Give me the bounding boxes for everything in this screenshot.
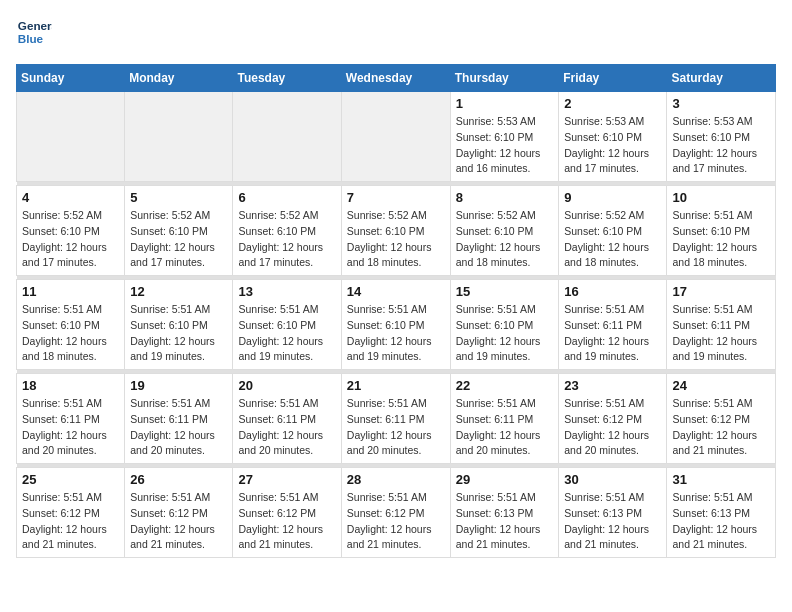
day-info: Sunrise: 5:53 AM Sunset: 6:10 PM Dayligh… [672,114,770,177]
weekday-header: Thursday [450,65,559,92]
calendar-cell: 25Sunrise: 5:51 AM Sunset: 6:12 PM Dayli… [17,468,125,558]
weekday-header: Wednesday [341,65,450,92]
calendar-cell [341,92,450,182]
calendar-cell: 17Sunrise: 5:51 AM Sunset: 6:11 PM Dayli… [667,280,776,370]
calendar-cell: 15Sunrise: 5:51 AM Sunset: 6:10 PM Dayli… [450,280,559,370]
day-info: Sunrise: 5:52 AM Sunset: 6:10 PM Dayligh… [564,208,661,271]
svg-text:Blue: Blue [18,32,44,45]
day-number: 11 [22,284,119,299]
calendar-cell: 8Sunrise: 5:52 AM Sunset: 6:10 PM Daylig… [450,186,559,276]
calendar-cell: 29Sunrise: 5:51 AM Sunset: 6:13 PM Dayli… [450,468,559,558]
day-info: Sunrise: 5:51 AM Sunset: 6:13 PM Dayligh… [456,490,554,553]
calendar-week-row: 4Sunrise: 5:52 AM Sunset: 6:10 PM Daylig… [17,186,776,276]
calendar-cell: 28Sunrise: 5:51 AM Sunset: 6:12 PM Dayli… [341,468,450,558]
day-info: Sunrise: 5:51 AM Sunset: 6:11 PM Dayligh… [347,396,445,459]
day-number: 7 [347,190,445,205]
day-number: 17 [672,284,770,299]
calendar-cell: 1Sunrise: 5:53 AM Sunset: 6:10 PM Daylig… [450,92,559,182]
day-number: 16 [564,284,661,299]
day-number: 27 [238,472,335,487]
day-number: 29 [456,472,554,487]
calendar-cell: 10Sunrise: 5:51 AM Sunset: 6:10 PM Dayli… [667,186,776,276]
calendar-cell: 20Sunrise: 5:51 AM Sunset: 6:11 PM Dayli… [233,374,341,464]
day-number: 19 [130,378,227,393]
calendar-cell: 13Sunrise: 5:51 AM Sunset: 6:10 PM Dayli… [233,280,341,370]
calendar-cell: 31Sunrise: 5:51 AM Sunset: 6:13 PM Dayli… [667,468,776,558]
calendar-week-row: 18Sunrise: 5:51 AM Sunset: 6:11 PM Dayli… [17,374,776,464]
day-number: 20 [238,378,335,393]
day-info: Sunrise: 5:52 AM Sunset: 6:10 PM Dayligh… [22,208,119,271]
calendar-cell: 18Sunrise: 5:51 AM Sunset: 6:11 PM Dayli… [17,374,125,464]
calendar-cell: 4Sunrise: 5:52 AM Sunset: 6:10 PM Daylig… [17,186,125,276]
calendar-cell: 6Sunrise: 5:52 AM Sunset: 6:10 PM Daylig… [233,186,341,276]
day-number: 4 [22,190,119,205]
weekday-header: Monday [125,65,233,92]
day-info: Sunrise: 5:51 AM Sunset: 6:11 PM Dayligh… [22,396,119,459]
day-number: 8 [456,190,554,205]
day-info: Sunrise: 5:51 AM Sunset: 6:10 PM Dayligh… [456,302,554,365]
calendar-cell: 27Sunrise: 5:51 AM Sunset: 6:12 PM Dayli… [233,468,341,558]
day-info: Sunrise: 5:51 AM Sunset: 6:12 PM Dayligh… [22,490,119,553]
day-number: 15 [456,284,554,299]
calendar-week-row: 11Sunrise: 5:51 AM Sunset: 6:10 PM Dayli… [17,280,776,370]
day-number: 18 [22,378,119,393]
day-number: 31 [672,472,770,487]
calendar-cell: 16Sunrise: 5:51 AM Sunset: 6:11 PM Dayli… [559,280,667,370]
day-number: 22 [456,378,554,393]
day-number: 2 [564,96,661,111]
day-number: 12 [130,284,227,299]
day-info: Sunrise: 5:53 AM Sunset: 6:10 PM Dayligh… [456,114,554,177]
day-info: Sunrise: 5:51 AM Sunset: 6:11 PM Dayligh… [672,302,770,365]
day-number: 24 [672,378,770,393]
day-info: Sunrise: 5:51 AM Sunset: 6:12 PM Dayligh… [564,396,661,459]
calendar-cell: 23Sunrise: 5:51 AM Sunset: 6:12 PM Dayli… [559,374,667,464]
calendar-cell: 21Sunrise: 5:51 AM Sunset: 6:11 PM Dayli… [341,374,450,464]
day-info: Sunrise: 5:51 AM Sunset: 6:10 PM Dayligh… [672,208,770,271]
calendar-cell: 14Sunrise: 5:51 AM Sunset: 6:10 PM Dayli… [341,280,450,370]
weekday-header: Sunday [17,65,125,92]
page-header: General Blue [16,16,776,52]
calendar-week-row: 1Sunrise: 5:53 AM Sunset: 6:10 PM Daylig… [17,92,776,182]
day-number: 6 [238,190,335,205]
svg-text:General: General [18,19,52,32]
day-number: 3 [672,96,770,111]
header-row: SundayMondayTuesdayWednesdayThursdayFrid… [17,65,776,92]
day-info: Sunrise: 5:52 AM Sunset: 6:10 PM Dayligh… [238,208,335,271]
logo-icon: General Blue [16,16,52,52]
calendar-cell: 24Sunrise: 5:51 AM Sunset: 6:12 PM Dayli… [667,374,776,464]
day-number: 28 [347,472,445,487]
day-number: 10 [672,190,770,205]
weekday-header: Saturday [667,65,776,92]
calendar-cell: 9Sunrise: 5:52 AM Sunset: 6:10 PM Daylig… [559,186,667,276]
calendar-cell: 22Sunrise: 5:51 AM Sunset: 6:11 PM Dayli… [450,374,559,464]
day-number: 14 [347,284,445,299]
day-info: Sunrise: 5:51 AM Sunset: 6:11 PM Dayligh… [564,302,661,365]
calendar-cell: 12Sunrise: 5:51 AM Sunset: 6:10 PM Dayli… [125,280,233,370]
day-info: Sunrise: 5:53 AM Sunset: 6:10 PM Dayligh… [564,114,661,177]
weekday-header: Tuesday [233,65,341,92]
calendar-cell: 5Sunrise: 5:52 AM Sunset: 6:10 PM Daylig… [125,186,233,276]
day-info: Sunrise: 5:51 AM Sunset: 6:11 PM Dayligh… [238,396,335,459]
calendar-cell: 7Sunrise: 5:52 AM Sunset: 6:10 PM Daylig… [341,186,450,276]
day-number: 13 [238,284,335,299]
day-number: 21 [347,378,445,393]
calendar-cell: 2Sunrise: 5:53 AM Sunset: 6:10 PM Daylig… [559,92,667,182]
calendar-week-row: 25Sunrise: 5:51 AM Sunset: 6:12 PM Dayli… [17,468,776,558]
calendar-cell [17,92,125,182]
day-info: Sunrise: 5:51 AM Sunset: 6:10 PM Dayligh… [238,302,335,365]
day-info: Sunrise: 5:51 AM Sunset: 6:13 PM Dayligh… [672,490,770,553]
day-info: Sunrise: 5:52 AM Sunset: 6:10 PM Dayligh… [130,208,227,271]
day-number: 5 [130,190,227,205]
day-info: Sunrise: 5:52 AM Sunset: 6:10 PM Dayligh… [456,208,554,271]
day-info: Sunrise: 5:51 AM Sunset: 6:12 PM Dayligh… [347,490,445,553]
day-number: 9 [564,190,661,205]
day-info: Sunrise: 5:51 AM Sunset: 6:11 PM Dayligh… [456,396,554,459]
day-number: 23 [564,378,661,393]
calendar-cell: 3Sunrise: 5:53 AM Sunset: 6:10 PM Daylig… [667,92,776,182]
day-info: Sunrise: 5:51 AM Sunset: 6:12 PM Dayligh… [130,490,227,553]
day-info: Sunrise: 5:51 AM Sunset: 6:10 PM Dayligh… [22,302,119,365]
logo: General Blue [16,16,52,52]
day-number: 26 [130,472,227,487]
calendar-cell [233,92,341,182]
day-info: Sunrise: 5:51 AM Sunset: 6:12 PM Dayligh… [238,490,335,553]
